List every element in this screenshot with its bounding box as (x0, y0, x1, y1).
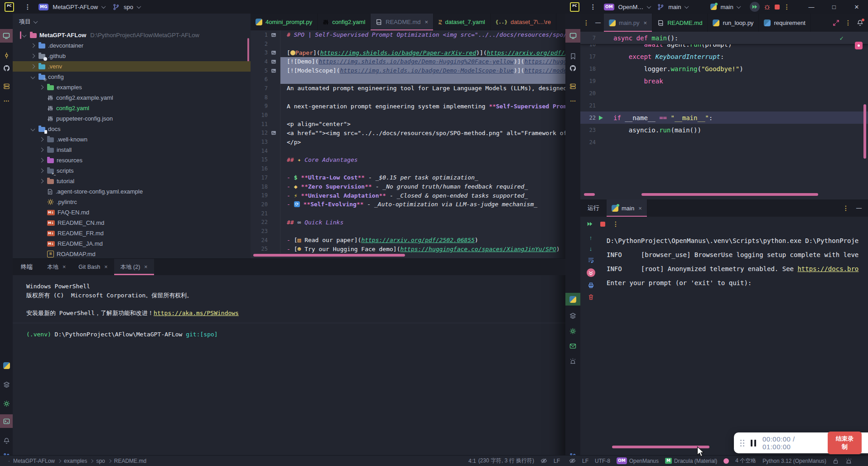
python-interpreter[interactable]: Python 3.12 (OpenManus) (762, 458, 826, 464)
notification-badge[interactable] (855, 42, 863, 49)
run-tab[interactable]: main× (607, 199, 647, 217)
alarm-icon[interactable] (845, 457, 852, 464)
close-button[interactable]: ✕ (852, 4, 862, 10)
run-console[interactable]: ↑↓ D:\PythonProject\OpenManus\.venv\Scri… (580, 231, 868, 456)
notifications-button[interactable] (0, 434, 13, 447)
more-button[interactable]: ⋯ (565, 94, 580, 107)
hide-panel-icon[interactable]: — (592, 14, 604, 32)
pause-icon[interactable] (751, 440, 756, 447)
commit-button[interactable] (0, 49, 13, 62)
terminal-panel[interactable]: Windows PowerShell版权所有 (C) Microsoft Cor… (13, 275, 565, 456)
tab-dataset-7-re[interactable]: {..}dataset_7\…\re (491, 14, 556, 30)
arrow-up-icon[interactable]: ↑ (589, 235, 593, 241)
services-button[interactable] (0, 378, 13, 391)
chevron-right-icon[interactable] (39, 148, 44, 152)
chevron-down-icon[interactable] (31, 75, 35, 79)
run-config-selector[interactable]: main (720, 4, 733, 10)
tab-requirement[interactable]: requirement (759, 14, 810, 32)
run-more-icon[interactable]: ⋮ (784, 4, 790, 10)
branch-selector[interactable]: spo (124, 4, 133, 10)
run-menu-icon[interactable]: ⋮ (843, 205, 849, 211)
settings-sync-button[interactable] (565, 325, 580, 337)
printer-icon[interactable] (588, 282, 594, 289)
run-all-button[interactable] (750, 2, 760, 12)
chevron-right-icon[interactable] (39, 158, 44, 163)
theme-widget[interactable]: MDracula (Material) (665, 458, 717, 464)
editor-right[interactable]: 7async def main():✓16 await agent.run(pr… (580, 32, 868, 199)
chevron-right-icon[interactable] (31, 54, 35, 58)
close-icon[interactable]: × (104, 264, 107, 270)
eye-off-icon[interactable] (569, 457, 576, 464)
tree-item[interactable]: resources (13, 155, 251, 165)
expand-icon[interactable] (833, 19, 839, 26)
terminal-panel-title[interactable]: 终端 (13, 259, 41, 275)
scroll-end-icon[interactable] (587, 268, 595, 277)
chevron-down-icon[interactable] (22, 33, 27, 38)
run-panel-title[interactable]: 运行 (580, 199, 607, 217)
mail-button[interactable] (565, 340, 580, 352)
terminal-tab[interactable]: 本地× (41, 259, 72, 275)
terminal-tab[interactable]: 本地 (2)× (114, 259, 154, 275)
encoding[interactable]: UTF-8 (595, 458, 610, 464)
main-menu-icon[interactable]: ⋮ (24, 4, 31, 10)
breadcrumb-item[interactable]: MetaGPT-AFLow (13, 458, 55, 464)
tree-item[interactable]: MetaGPT-AFLowD:\PythonProject\AFlow\Meta… (13, 30, 251, 40)
tab-dataset-7-yaml[interactable]: YAMLdataset_7.yaml (434, 14, 490, 30)
tree-item[interactable]: .github (13, 51, 251, 61)
project-panel-header[interactable]: 项目 (13, 14, 251, 30)
debug-icon[interactable] (764, 4, 771, 10)
tree-item[interactable]: M↓README_JA.md (13, 238, 251, 249)
github-button[interactable] (565, 62, 580, 74)
rerun-icon[interactable] (587, 221, 593, 227)
chevron-right-icon[interactable] (39, 179, 44, 184)
python-console-button[interactable] (0, 359, 13, 372)
arrow-down-icon[interactable]: ↓ (589, 246, 593, 252)
tab-4omini-prompt-py[interactable]: 4omini_prompt.py (251, 14, 318, 30)
chevron-right-icon[interactable] (39, 137, 44, 142)
soft-wrap-icon[interactable] (588, 257, 594, 263)
terminal-button[interactable] (0, 414, 13, 428)
horizontal-scrollbar-stub[interactable] (584, 193, 595, 196)
stop-button[interactable] (775, 5, 780, 10)
tree-item[interactable]: M↓README_CN.md (13, 218, 251, 228)
tab-list-icon[interactable]: ⋮ (845, 19, 851, 26)
stop-icon[interactable] (600, 222, 605, 227)
problems-button[interactable] (565, 354, 580, 367)
tree-item[interactable]: examples (13, 82, 251, 92)
drag-handle-icon[interactable] (740, 440, 744, 447)
maximize-button[interactable]: □ (829, 4, 839, 10)
settings-sync-button[interactable] (0, 397, 13, 410)
github-button[interactable] (0, 62, 13, 74)
tree-item[interactable]: .devcontainer (13, 40, 251, 51)
tree-item[interactable]: .venv (13, 61, 251, 72)
tab-run-loop-py[interactable]: run_loop.py (708, 14, 759, 32)
tree-item[interactable]: >_scripts (13, 165, 251, 176)
horizontal-scrollbar[interactable] (641, 193, 818, 196)
breadcrumb-item[interactable]: examples (64, 458, 87, 464)
tab-main-py[interactable]: main.py× (604, 14, 652, 32)
tree-item[interactable]: .well-known (13, 134, 251, 145)
tree-item[interactable]: M↓FAQ-EN.md (13, 207, 251, 218)
vertical-scrollbar[interactable] (863, 104, 866, 159)
indent-setting[interactable]: 4 个空格 (735, 457, 756, 465)
accent-color-dot[interactable] (723, 458, 729, 464)
tree-item[interactable]: M↓README_FR.md (13, 228, 251, 238)
project-selector[interactable]: OpenM… (618, 4, 644, 10)
tree-item[interactable]: ≡ROADMAP.md (13, 249, 251, 258)
tree-item[interactable]: config2.yaml (13, 103, 251, 113)
chevron-down-icon[interactable] (31, 127, 35, 131)
database-button[interactable] (0, 80, 13, 92)
tree-item[interactable]: config (13, 72, 251, 82)
line-ending[interactable]: LF (554, 458, 560, 464)
python-packages-button[interactable] (565, 293, 580, 306)
project-selector[interactable]: MetaGPT-AFLow (53, 4, 98, 10)
editor-left[interactable]: 1# SPO | Self-Supervised Prompt Optimiza… (251, 30, 565, 258)
services-button[interactable] (565, 309, 580, 322)
horizontal-scrollbar[interactable] (253, 254, 405, 257)
breadcrumb-item[interactable]: README.md (114, 458, 146, 464)
console-menu-icon[interactable]: ⋮ (612, 221, 619, 227)
lock-icon[interactable] (833, 458, 839, 464)
chevron-right-icon[interactable] (31, 64, 35, 69)
hide-panel-icon[interactable]: — (856, 205, 862, 211)
eye-off-icon[interactable] (540, 457, 547, 464)
